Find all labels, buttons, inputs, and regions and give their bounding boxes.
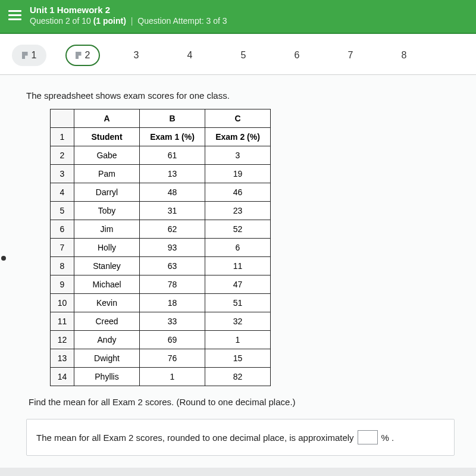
- side-dot: [1, 256, 6, 261]
- question-tab-1[interactable]: 1: [12, 45, 46, 66]
- col-C: C: [205, 109, 271, 128]
- header-text: Unit 1 Homework 2 Question 2 of 10 (1 po…: [30, 5, 227, 26]
- answer-unit: % .: [381, 433, 394, 443]
- table-row: 6Jim6252: [51, 220, 271, 239]
- unit-title: Unit 1 Homework 2: [30, 5, 227, 15]
- question-tab-6[interactable]: 6: [280, 45, 314, 66]
- question-tab-4[interactable]: 4: [173, 45, 207, 66]
- col-B: B: [140, 109, 205, 128]
- col-A: A: [74, 109, 140, 128]
- table-row: 4Darryl4846: [51, 183, 271, 202]
- hamburger-menu-icon[interactable]: [8, 7, 21, 24]
- table-row: 3Pam1319: [51, 165, 271, 183]
- answer-lead: The mean for all Exam 2 scores, rounded …: [36, 433, 354, 443]
- table-row: 12Andy691: [51, 331, 271, 349]
- answer-box: The mean for all Exam 2 scores, rounded …: [26, 419, 455, 456]
- prompt-text: The spreadsheet shows exam scores for on…: [26, 90, 455, 101]
- column-letter-row: A B C: [51, 109, 271, 128]
- table-row: 10Kevin1851: [51, 294, 271, 312]
- question-tab-2[interactable]: 2: [65, 45, 100, 66]
- table-row: 14Phyllis182: [51, 368, 271, 386]
- instruction-text: Find the mean for all Exam 2 scores. (Ro…: [29, 397, 455, 407]
- answer-input[interactable]: [358, 430, 378, 444]
- table-row: 2Gabe613: [51, 146, 271, 165]
- divider: |: [129, 16, 136, 26]
- table-row: 13Dwight7615: [51, 349, 271, 368]
- header-row: 1 Student Exam 1 (%) Exam 2 (%): [51, 128, 271, 146]
- question-line: Question 2 of 10 (1 point) | Question At…: [30, 16, 227, 26]
- table-row: 5Toby3123: [51, 202, 271, 220]
- question-tab-3[interactable]: 3: [119, 45, 154, 66]
- question-tabs: 12345678: [0, 34, 476, 75]
- question-body: The spreadsheet shows exam scores for on…: [0, 75, 476, 468]
- table-row: 9Michael7847: [51, 275, 271, 294]
- question-tab-7[interactable]: 7: [333, 45, 368, 66]
- app-header: Unit 1 Homework 2 Question 2 of 10 (1 po…: [0, 0, 476, 34]
- question-tab-5[interactable]: 5: [226, 45, 261, 66]
- table-row: 7Holly936: [51, 239, 271, 257]
- table-row: 8Stanley6311: [51, 257, 271, 275]
- spreadsheet-table: A B C 1 Student Exam 1 (%) Exam 2 (%) 2G…: [50, 109, 271, 386]
- table-row: 11Creed3332: [51, 312, 271, 331]
- question-tab-8[interactable]: 8: [387, 45, 421, 66]
